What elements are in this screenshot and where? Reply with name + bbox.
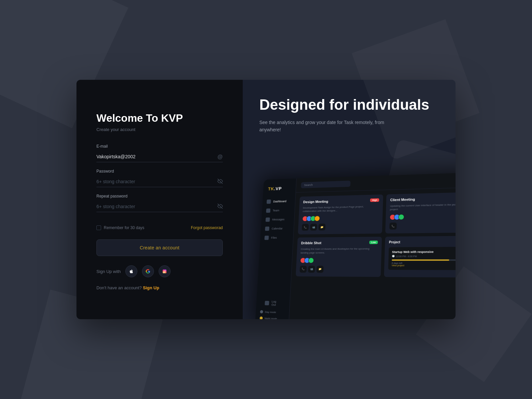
card-actions-2: 📞: [389, 221, 456, 230]
sidebar-item-calendar[interactable]: Calendar: [261, 224, 294, 233]
mockup-logo: TK.VP: [263, 183, 296, 197]
avatar-d3: [308, 257, 314, 263]
remember-text: Remember for 30 days: [104, 225, 144, 230]
svg-point-4: [165, 270, 166, 270]
day-mode-toggle[interactable]: Day mode: [260, 309, 285, 316]
night-mode-toggle[interactable]: Night mode: [259, 315, 285, 319]
project-label: Project: [389, 240, 456, 244]
project-card: Project Startup Web with responsive 🕐 12…: [384, 236, 456, 278]
email-label: E-mail: [96, 144, 223, 149]
right-subtext: See the analytics and grow your date for…: [259, 119, 399, 134]
password-form-group: Password: [96, 169, 223, 187]
project-item: Startup Web with responsive 🕐 12:00 PM -…: [388, 247, 456, 270]
password-label: Password: [96, 169, 223, 174]
nav-divider: [257, 242, 293, 298]
sidebar-dashboard-label: Dashboard: [273, 200, 286, 203]
mockup-main-content: Search Design Meeting High Development T…: [289, 172, 456, 319]
action-btn-3[interactable]: 📁: [319, 224, 326, 231]
card-header: Design Meeting High: [303, 198, 379, 204]
card-title-3: Dribble Shot: [301, 241, 321, 245]
client-meeting-card: Client Meeting Medium Updating the curre…: [385, 192, 456, 233]
email-form-group: E-mail @: [96, 144, 223, 162]
password-field[interactable]: [96, 176, 223, 187]
right-panel: Designed for individuals See the analyti…: [243, 80, 456, 319]
password-input-wrapper: [96, 176, 223, 187]
instagram-signup-button[interactable]: [159, 265, 171, 277]
card-avatars: [302, 215, 379, 222]
sidebar-item-logout[interactable]: Log Out: [260, 297, 286, 309]
main-container: Welcome To KVP Create your account E-mai…: [76, 80, 456, 319]
card-header-3: Dribble Shot Low: [301, 241, 378, 245]
svg-rect-2: [163, 269, 167, 273]
task-grid: Design Meeting High Development Task Ass…: [291, 187, 456, 282]
left-panel: Welcome To KVP Create your account E-mai…: [76, 80, 243, 319]
page-subtitle: Create your account: [96, 127, 223, 132]
high-badge: High: [370, 198, 379, 202]
day-mode-label: Day mode: [265, 311, 276, 314]
card-actions: 📞 📹 📁: [302, 223, 378, 231]
project-title: Startup Web with responsive: [392, 250, 456, 254]
view-project-button[interactable]: View project: [392, 264, 456, 267]
card-title-2: Client Meeting: [390, 198, 415, 202]
mockup-search-bar[interactable]: Search: [301, 181, 350, 188]
sign-up-with-label: Sign Up with: [96, 269, 121, 274]
google-signup-button[interactable]: [142, 265, 154, 277]
sidebar-calendar-label: Calendar: [272, 227, 283, 230]
card-avatars-2: [390, 213, 456, 220]
sidebar-logout-label: Log Out: [271, 300, 281, 307]
card-desc-3: Creating the main UI Assets and Illustra…: [301, 247, 378, 254]
card-desc: Development Task Assign for the product …: [303, 204, 379, 213]
card-header-2: Client Meeting Medium: [390, 196, 456, 201]
sidebar-item-dashboard[interactable]: Dashboard: [262, 197, 295, 206]
email-icon: @: [217, 154, 223, 160]
action-btn-d2[interactable]: 📹: [308, 266, 315, 273]
sidebar-files-label: Files: [271, 236, 277, 239]
form-options: Remember for 30 days Forgot passworad: [96, 225, 223, 230]
sidebar-team-label: Team: [273, 209, 279, 212]
eye-slash-icon-2: [217, 203, 223, 210]
repeat-password-field[interactable]: [96, 201, 223, 212]
apple-signup-button[interactable]: [125, 265, 137, 277]
repeat-password-form-group: Repeat password: [96, 194, 223, 212]
repeat-password-label: Repeat password: [96, 194, 223, 199]
email-input-wrapper: @: [96, 151, 223, 162]
create-account-button[interactable]: Create an account: [96, 239, 223, 256]
night-mode-label: Night mode: [264, 317, 277, 319]
sign-up-link[interactable]: Sign Up: [143, 285, 159, 290]
repeat-password-input-wrapper: [96, 201, 223, 212]
action-btn-2[interactable]: 📹: [310, 224, 317, 231]
remember-label[interactable]: Remember for 30 days: [96, 225, 144, 230]
action-btn-d1[interactable]: 📞: [300, 266, 307, 273]
sidebar-item-files[interactable]: Files: [260, 233, 293, 242]
action-btn-d3[interactable]: 📁: [317, 266, 324, 273]
dont-have-account-text: Don't have an account? Sign Up: [96, 285, 223, 290]
mockup-inner: TK.VP Dashboard Team Messages: [255, 172, 456, 319]
progress-bar-bg: [392, 260, 456, 261]
avatar-4: [314, 216, 320, 221]
page-title: Welcome To KVP: [96, 112, 223, 124]
nav-bottom: Log Out Day mode Night mode: [255, 297, 290, 319]
right-heading: Designed for individuals: [259, 96, 439, 113]
action-btn-1[interactable]: 📞: [302, 224, 309, 231]
eye-slash-icon: [217, 179, 223, 185]
card-desc-2: Updating the current User interface of h…: [390, 202, 456, 211]
dribble-shot-card: Dribble Shot Low Creating the main UI As…: [296, 237, 382, 277]
sidebar-item-team[interactable]: Team: [262, 205, 295, 215]
action-btn-c1[interactable]: 📞: [389, 223, 397, 230]
card-title: Design Meeting: [303, 200, 329, 204]
card-avatars-3: [300, 257, 377, 263]
low-badge: Low: [369, 241, 378, 244]
avatar-c3: [398, 214, 404, 220]
project-time: 🕐 12:00 PM - 8:30 PM: [392, 255, 456, 258]
card-actions-3: 📞 📹 📁: [300, 266, 377, 273]
forgot-password-link[interactable]: Forgot passworad: [191, 225, 223, 230]
app-mockup: TK.VP Dashboard Team Messages: [255, 172, 456, 319]
email-field[interactable]: [96, 151, 223, 162]
remember-checkbox[interactable]: [96, 225, 101, 230]
social-signup-section: Sign Up with: [96, 265, 223, 277]
sidebar-item-messages[interactable]: Messages: [261, 214, 295, 224]
sidebar-messages-label: Messages: [272, 218, 284, 221]
progress-bar-fill: [392, 260, 449, 261]
design-meeting-card: Design Meeting High Development Task Ass…: [298, 195, 383, 235]
